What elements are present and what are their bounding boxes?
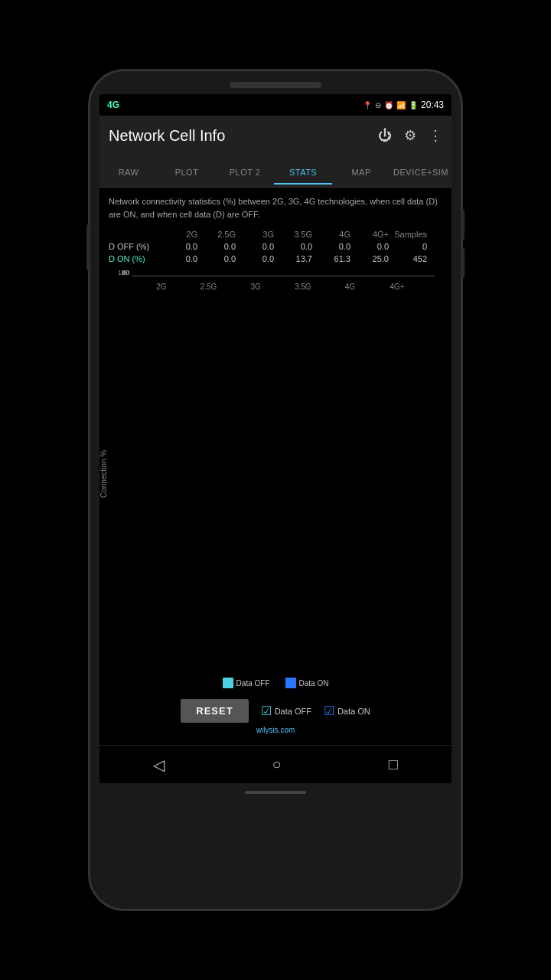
location-icon: 📍 xyxy=(363,101,372,109)
col-3.5g: 3.5G xyxy=(279,230,317,239)
checkbox-on-label: Data ON xyxy=(337,707,370,716)
bottom-controls: RESET ☑ Data OFF ☑ Data ON xyxy=(109,694,442,726)
x-label-2.5g: 2.5G xyxy=(194,283,222,291)
network-indicator: 4G xyxy=(107,100,119,110)
power-button[interactable]: ⏻ xyxy=(378,128,392,144)
legend: Data OFF Data ON xyxy=(109,678,442,688)
phone-screen: 4G 📍 ⊖ ⏰ 📶 🔋 20:43 Network Cell Info ⏻ ⚙… xyxy=(99,94,452,783)
battery-icon: 🔋 xyxy=(409,101,418,109)
alarm-icon: ⏰ xyxy=(384,101,393,109)
y-axis-label: Connection % xyxy=(99,449,108,497)
don-samples: 452 xyxy=(393,254,432,263)
table-row: D ON (%) 0.0 0.0 0.0 13.7 61.3 25.0 452 xyxy=(109,254,442,263)
don-2.5g: 0.0 xyxy=(202,254,240,263)
don-4gplus: 25.0 xyxy=(355,254,393,263)
app-bar-actions: ⏻ ⚙ ⋮ xyxy=(378,127,442,144)
chart-wrapper: Connection % 100 80 60 40 xyxy=(109,276,442,671)
col-4g: 4G xyxy=(317,230,355,239)
phone-speaker xyxy=(230,82,321,88)
col-3g: 3G xyxy=(240,230,279,239)
checkbox-off-label: Data OFF xyxy=(275,707,311,716)
tab-device-sim[interactable]: DEVICE+SIM xyxy=(390,158,452,185)
y-label-0: 0 xyxy=(126,269,132,276)
status-icons: 📍 ⊖ ⏰ 📶 🔋 20:43 xyxy=(363,100,444,110)
don-label: D ON (%) xyxy=(109,254,164,263)
app-bar: Network Cell Info ⏻ ⚙ ⋮ xyxy=(99,116,452,155)
doff-3.5g: 0.0 xyxy=(279,242,317,251)
x-axis: 2G 2.5G 3G 3.5G 4G 4G+ xyxy=(109,281,435,292)
tab-plot[interactable]: PLOT xyxy=(158,158,216,185)
phone-bottom xyxy=(245,783,306,805)
col-4gplus: 4G+ xyxy=(355,230,393,239)
x-label-4g: 4G xyxy=(336,283,364,291)
tab-stats[interactable]: STATS xyxy=(274,158,332,185)
checkbox-on-icon: ☑ xyxy=(324,704,334,718)
volume-down-button[interactable] xyxy=(461,247,465,278)
bar-chart: 100 80 60 40 20 0 xyxy=(132,276,435,276)
stats-description: Network connectivity statistics (%) betw… xyxy=(109,195,442,220)
doff-4gplus: 0.0 xyxy=(355,242,393,251)
doff-samples: 0 xyxy=(393,242,432,251)
col-2.5g: 2.5G xyxy=(202,230,240,239)
home-indicator xyxy=(245,791,306,794)
minus-icon: ⊖ xyxy=(375,101,381,109)
don-2g: 0.0 xyxy=(164,254,202,263)
nav-bar: ◁ ○ □ xyxy=(99,745,452,783)
doff-2g: 0.0 xyxy=(164,242,202,251)
x-label-2g: 2G xyxy=(148,283,175,291)
back-button[interactable]: ◁ xyxy=(153,756,165,774)
home-button[interactable]: ○ xyxy=(272,756,281,773)
table-header: 2G 2.5G 3G 3.5G 4G 4G+ Samples xyxy=(109,230,442,239)
doff-4g: 0.0 xyxy=(317,242,355,251)
settings-button[interactable]: ⚙ xyxy=(404,127,416,144)
doff-label: D OFF (%) xyxy=(109,242,164,251)
signal-icon: 📶 xyxy=(396,101,406,109)
time-display: 20:43 xyxy=(421,100,444,110)
legend-data-on: Data ON xyxy=(285,678,329,688)
don-3g: 0.0 xyxy=(240,254,279,263)
legend-color-off xyxy=(223,678,233,688)
app-title: Network Cell Info xyxy=(109,127,225,145)
stats-table: 2G 2.5G 3G 3.5G 4G 4G+ Samples D OFF (%)… xyxy=(109,230,442,266)
gridline-0: 0 xyxy=(132,276,435,276)
power-side-button[interactable] xyxy=(86,224,90,270)
checkbox-data-off[interactable]: ☑ Data OFF xyxy=(261,704,311,718)
legend-label-on: Data ON xyxy=(299,679,329,688)
col-samples: Samples xyxy=(393,230,432,239)
watermark: wilysis.com xyxy=(109,726,442,737)
don-3.5g: 13.7 xyxy=(279,254,317,263)
checkbox-off-icon: ☑ xyxy=(261,704,272,718)
x-label-3.5g: 3.5G xyxy=(289,283,317,291)
legend-data-off: Data OFF xyxy=(223,678,270,688)
legend-color-on xyxy=(285,678,296,688)
x-label-3g: 3G xyxy=(242,283,269,291)
tabs-bar: RAW PLOT PLOT 2 STATS MAP DEVICE+SIM xyxy=(99,155,452,188)
don-4g: 61.3 xyxy=(317,254,355,263)
tab-plot2[interactable]: PLOT 2 xyxy=(216,158,274,185)
recent-button[interactable]: □ xyxy=(389,756,398,773)
table-row: D OFF (%) 0.0 0.0 0.0 0.0 0.0 0.0 0 xyxy=(109,242,442,251)
reset-button[interactable]: RESET xyxy=(181,699,248,723)
tab-map[interactable]: MAP xyxy=(332,158,390,185)
status-bar: 4G 📍 ⊖ ⏰ 📶 🔋 20:43 xyxy=(99,94,452,116)
volume-up-button[interactable] xyxy=(461,209,465,240)
checkbox-data-on[interactable]: ☑ Data ON xyxy=(324,704,370,718)
overflow-menu-button[interactable]: ⋮ xyxy=(429,127,442,144)
tab-raw[interactable]: RAW xyxy=(99,158,158,185)
doff-2.5g: 0.0 xyxy=(202,242,240,251)
content-area: Network connectivity statistics (%) betw… xyxy=(99,188,452,745)
legend-label-off: Data OFF xyxy=(236,679,270,688)
x-label-4gplus: 4G+ xyxy=(383,283,411,291)
doff-3g: 0.0 xyxy=(240,242,279,251)
col-2g: 2G xyxy=(164,230,202,239)
